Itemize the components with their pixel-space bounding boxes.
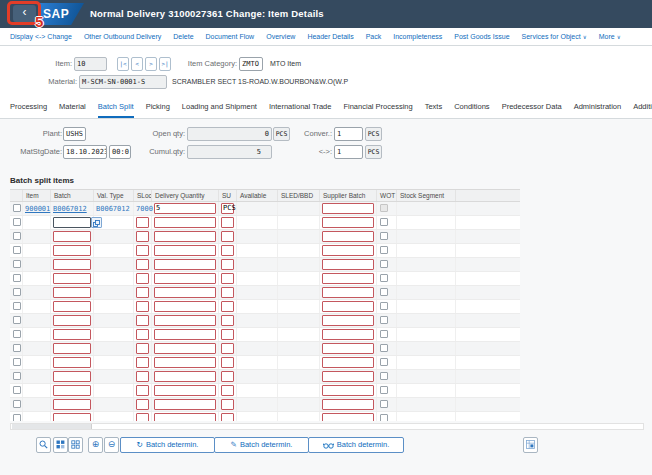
batch-input[interactable] — [53, 231, 91, 242]
deselect-all-button[interactable] — [68, 437, 83, 453]
wot-checkbox[interactable] — [380, 400, 388, 408]
sloc-input[interactable] — [136, 343, 149, 354]
menu-more[interactable]: More∨ — [599, 33, 621, 40]
row-select-checkbox[interactable] — [13, 302, 21, 310]
supplier-batch-input[interactable] — [322, 315, 374, 326]
horizontal-scrollbar-thumb[interactable] — [12, 424, 92, 429]
sloc-input[interactable] — [136, 231, 149, 242]
su-input[interactable]: PCS — [221, 203, 234, 214]
su-input[interactable] — [221, 371, 234, 382]
sloc-input[interactable] — [136, 301, 149, 312]
sloc-input[interactable] — [136, 371, 149, 382]
su-input[interactable] — [221, 287, 234, 298]
su-input[interactable] — [221, 315, 234, 326]
batch-input[interactable] — [53, 371, 91, 382]
delivery-quantity-input[interactable] — [154, 385, 216, 396]
menu-post-goods-issue[interactable]: Post Goods Issue — [454, 33, 509, 40]
row-select-checkbox[interactable] — [13, 246, 21, 254]
row-select-checkbox[interactable] — [13, 316, 21, 324]
supplier-batch-input[interactable] — [322, 273, 374, 284]
batch-input[interactable] — [53, 385, 91, 396]
insert-row-button[interactable]: ⊕ — [88, 437, 103, 453]
row-select-checkbox[interactable] — [13, 344, 21, 352]
wot-checkbox[interactable] — [380, 372, 388, 380]
wot-checkbox[interactable] — [380, 232, 388, 240]
tab-processing[interactable]: Processing — [10, 97, 47, 118]
row-select-checkbox[interactable] — [13, 400, 21, 408]
matstgdate-field[interactable]: 18.10.2023 — [63, 145, 107, 159]
menu-delete[interactable]: Delete — [173, 33, 193, 40]
row-select-checkbox[interactable] — [13, 232, 21, 240]
sloc-input[interactable] — [136, 245, 149, 256]
sloc-input[interactable] — [136, 259, 149, 270]
matstgtime-field[interactable]: 00:0.. — [109, 145, 131, 159]
supplier-batch-input[interactable] — [322, 357, 374, 368]
menu-display-change[interactable]: Display <-> Change — [10, 33, 72, 40]
tab-additional[interactable]: Additional — [633, 97, 652, 118]
su-input[interactable] — [221, 413, 234, 421]
supplier-batch-input[interactable] — [322, 259, 374, 270]
su-input[interactable] — [221, 231, 234, 242]
wot-checkbox[interactable] — [380, 316, 388, 324]
sloc-input[interactable] — [136, 273, 149, 284]
batch-input[interactable] — [53, 273, 91, 284]
sloc-input[interactable] — [136, 385, 149, 396]
batch-determination-edit-button[interactable]: ✎Batch determin. — [214, 437, 309, 453]
wot-checkbox[interactable] — [380, 330, 388, 338]
tab-international-trade[interactable]: International Trade — [269, 97, 332, 118]
horizontal-scrollbar[interactable] — [10, 423, 644, 430]
row-select-checkbox[interactable] — [13, 386, 21, 394]
item-category-field[interactable]: ZMTO — [239, 57, 263, 71]
first-item-button[interactable]: |< — [117, 57, 129, 71]
menu-services-for-object[interactable]: Services for Object∨ — [522, 33, 587, 40]
delivery-quantity-input[interactable] — [154, 315, 216, 326]
tab-administration[interactable]: Administration — [574, 97, 622, 118]
su-input[interactable] — [221, 217, 234, 228]
menu-header-details[interactable]: Header Details — [307, 33, 353, 40]
wot-checkbox[interactable] — [380, 344, 388, 352]
select-all-column-header[interactable] — [10, 190, 23, 201]
material-field[interactable]: M-SCM-SN-0001-S — [79, 75, 167, 89]
batch-input[interactable] — [53, 399, 91, 410]
delete-row-button[interactable]: ⊖ — [104, 437, 119, 453]
supplier-batch-input[interactable] — [322, 301, 374, 312]
plant-field[interactable]: USHS — [63, 127, 86, 141]
tab-batch-split[interactable]: Batch Split — [98, 97, 134, 118]
tab-conditions[interactable]: Conditions — [454, 97, 489, 118]
wot-checkbox[interactable] — [380, 218, 388, 226]
delivery-quantity-input[interactable] — [154, 343, 216, 354]
supplier-batch-input[interactable] — [322, 343, 374, 354]
menu-document-flow[interactable]: Document Flow — [206, 33, 255, 40]
menu-overview[interactable]: Overview — [266, 33, 295, 40]
next-item-button[interactable]: > — [145, 57, 157, 71]
delivery-quantity-input[interactable] — [154, 245, 216, 256]
su-input[interactable] — [221, 245, 234, 256]
wot-checkbox[interactable] — [380, 260, 388, 268]
batch-input[interactable] — [53, 413, 91, 421]
row-select-checkbox[interactable] — [13, 204, 21, 212]
su-input[interactable] — [221, 273, 234, 284]
row-select-checkbox[interactable] — [13, 274, 21, 282]
supplier-batch-input[interactable] — [322, 385, 374, 396]
row-select-checkbox[interactable] — [13, 218, 21, 226]
wot-checkbox[interactable] — [380, 414, 388, 421]
tab-texts[interactable]: Texts — [425, 97, 443, 118]
row-select-checkbox[interactable] — [13, 372, 21, 380]
wot-checkbox[interactable] — [380, 288, 388, 296]
tab-material[interactable]: Material — [59, 97, 86, 118]
row-select-checkbox[interactable] — [13, 330, 21, 338]
delivery-quantity-input[interactable] — [154, 399, 216, 410]
tab-predecessor-data[interactable]: Predecessor Data — [502, 97, 562, 118]
su-input[interactable] — [221, 357, 234, 368]
row-select-checkbox[interactable] — [13, 358, 21, 366]
sloc-input[interactable] — [136, 217, 149, 228]
su-input[interactable] — [221, 343, 234, 354]
batch-determination-display-button[interactable]: Batch determin. — [308, 437, 404, 453]
sloc-input[interactable] — [136, 357, 149, 368]
supplier-batch-input[interactable] — [322, 231, 374, 242]
conv-arrow-field[interactable]: 1 — [334, 145, 363, 159]
row-select-checkbox[interactable] — [13, 260, 21, 268]
supplier-batch-input[interactable] — [322, 203, 374, 214]
sloc-input[interactable] — [136, 315, 149, 326]
batch-input[interactable] — [53, 301, 91, 312]
